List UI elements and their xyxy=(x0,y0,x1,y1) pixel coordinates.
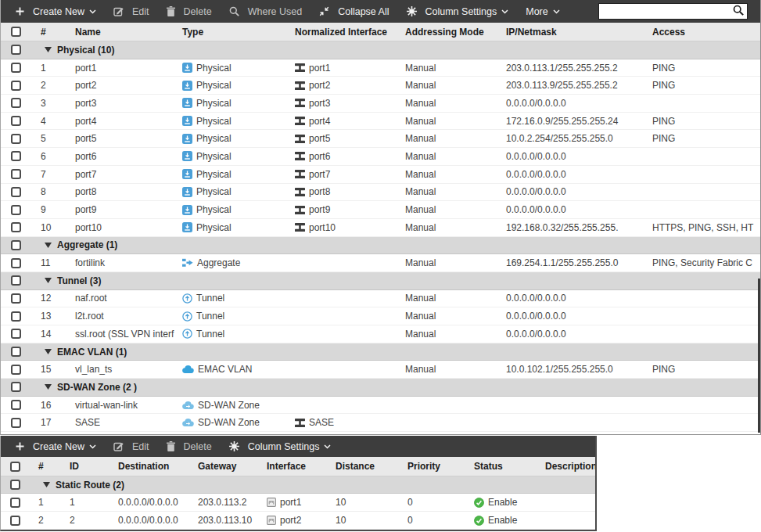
group-checkbox[interactable] xyxy=(10,480,20,490)
column-header-normalized-interface[interactable]: Normalized Interface xyxy=(282,27,392,38)
edit-icon xyxy=(113,6,124,16)
physical-icon xyxy=(182,151,192,161)
triangle-down-icon[interactable] xyxy=(45,349,52,354)
group-checkbox[interactable] xyxy=(11,240,21,250)
triangle-down-icon[interactable] xyxy=(45,243,52,248)
edit-button[interactable]: Edit xyxy=(105,0,158,23)
group-checkbox[interactable] xyxy=(11,45,21,55)
row-checkbox[interactable] xyxy=(11,134,21,144)
row-checkbox[interactable] xyxy=(11,187,21,197)
column-settings-button[interactable]: Column Settings xyxy=(221,436,340,457)
addressing-mode: Manual xyxy=(392,204,494,215)
more-button[interactable]: More xyxy=(517,0,568,23)
normalized-interface: port10 xyxy=(282,222,392,233)
column-header-access[interactable]: Access xyxy=(639,27,760,38)
column-header-interface[interactable]: Interface xyxy=(257,461,326,472)
column-header-distance[interactable]: Distance xyxy=(326,461,398,472)
scrollbar-thumb[interactable] xyxy=(758,279,760,433)
interface-row[interactable]: 15 vl_lan_ts EMAC VLAN Manual 10.0.102.1… xyxy=(1,361,760,379)
column-header-id[interactable]: ID xyxy=(60,461,109,472)
group-checkbox[interactable] xyxy=(11,347,21,357)
group-row[interactable]: Physical (10) xyxy=(1,41,760,59)
triangle-down-icon[interactable] xyxy=(45,278,52,283)
column-header-ip-netmask[interactable]: IP/Netmask xyxy=(494,27,639,38)
interface-row[interactable]: 16 virtual-wan-link SD-WAN Zone xyxy=(1,397,760,415)
group-checkbox[interactable] xyxy=(11,275,21,286)
interfaces-table-body: Physical (10) 1 port1 Physical port1 Man… xyxy=(1,41,760,432)
row-checkbox[interactable] xyxy=(11,169,21,179)
row-checkbox[interactable] xyxy=(11,293,21,304)
group-row[interactable]: EMAC VLAN (1) xyxy=(1,343,760,361)
row-checkbox[interactable] xyxy=(11,418,21,428)
triangle-down-icon[interactable] xyxy=(43,482,50,487)
interface-row[interactable]: 7 port7 Physical port7 Manual 0.0.0.0/0.… xyxy=(1,166,760,184)
group-row[interactable]: SD-WAN Zone (2 ) xyxy=(1,379,760,397)
column-header-num[interactable]: # xyxy=(31,27,63,38)
route-distance: 10 xyxy=(326,515,398,526)
column-header-destination[interactable]: Destination xyxy=(109,461,188,472)
column-header-priority[interactable]: Priority xyxy=(398,461,465,472)
triangle-down-icon[interactable] xyxy=(45,47,52,52)
column-settings-button[interactable]: Column Settings xyxy=(398,0,518,23)
interface-type: Physical xyxy=(174,186,282,197)
row-checkbox[interactable] xyxy=(11,205,21,215)
interface-num: 5 xyxy=(31,133,63,144)
search-icon[interactable] xyxy=(733,5,744,19)
create-new-button[interactable]: Create New xyxy=(7,436,105,457)
create-new-button[interactable]: Create New xyxy=(7,0,105,23)
interface-row[interactable]: 1 port1 Physical port1 Manual 203.0.113.… xyxy=(1,59,760,77)
interface-row[interactable]: 4 port4 Physical port4 Manual 172.16.0.9… xyxy=(1,113,760,131)
select-all-checkbox[interactable] xyxy=(11,27,21,37)
column-header-num[interactable]: # xyxy=(29,461,60,472)
group-checkbox[interactable] xyxy=(11,382,21,392)
interface-row[interactable]: 13 l2t.root Tunnel Manual 0.0.0.0/0.0.0.… xyxy=(1,307,760,325)
group-row[interactable]: Tunnel (3) xyxy=(1,272,760,290)
delete-button[interactable]: Delete xyxy=(158,436,221,457)
interface-row[interactable]: 3 port3 Physical port3 Manual 0.0.0.0/0.… xyxy=(1,95,760,113)
row-checkbox[interactable] xyxy=(11,222,21,232)
interface-row[interactable]: 10 port10 Physical port10 Manual 192.168… xyxy=(1,219,760,237)
interface-row[interactable]: 12 naf.root Tunnel Manual 0.0.0.0/0.0.0.… xyxy=(1,290,760,308)
row-checkbox[interactable] xyxy=(10,516,20,526)
interface-row[interactable]: 2 port2 Physical port2 Manual 203.0.113.… xyxy=(1,77,760,95)
delete-button[interactable]: Delete xyxy=(158,0,221,23)
create-new-label: Create New xyxy=(33,6,84,17)
row-checkbox[interactable] xyxy=(11,311,21,322)
interface-row[interactable]: 17 SASE SD-WAN Zone SASE xyxy=(1,414,760,432)
interface-row[interactable]: 5 port5 Physical port5 Manual 10.0.2.254… xyxy=(1,130,760,148)
column-header-type[interactable]: Type xyxy=(174,27,282,38)
row-checkbox[interactable] xyxy=(11,329,21,339)
chevron-down-icon xyxy=(324,444,331,449)
collapse-all-button[interactable]: Collapse All xyxy=(311,0,397,23)
row-checkbox[interactable] xyxy=(11,151,21,161)
row-checkbox[interactable] xyxy=(11,63,21,73)
column-header-description[interactable]: Description xyxy=(533,461,595,472)
interface-row[interactable]: 11 fortilink Aggregate Manual 169.254.1.… xyxy=(1,254,760,272)
column-header-name[interactable]: Name xyxy=(63,27,174,38)
group-row[interactable]: Static Route (2) xyxy=(1,476,595,494)
row-checkbox[interactable] xyxy=(11,400,21,410)
edit-button[interactable]: Edit xyxy=(105,436,158,457)
row-checkbox[interactable] xyxy=(11,81,21,91)
route-row[interactable]: 2 2 0.0.0.0/0.0.0.0 203.0.113.10 port2 1… xyxy=(1,512,595,530)
triangle-down-icon[interactable] xyxy=(45,384,52,390)
select-all-checkbox[interactable] xyxy=(10,462,20,472)
interface-row[interactable]: 6 port6 Physical port6 Manual 0.0.0.0/0.… xyxy=(1,148,760,166)
interface-row[interactable]: 14 ssl.root (SSL VPN interf Tunnel Manua… xyxy=(1,325,760,343)
route-row[interactable]: 1 1 0.0.0.0/0.0.0.0 203.0.113.2 port1 10… xyxy=(1,494,595,512)
interface-num: 1 xyxy=(31,63,63,74)
row-checkbox[interactable] xyxy=(10,498,20,508)
normalized-interface-icon xyxy=(295,117,305,125)
interface-row[interactable]: 9 port9 Physical port9 Manual 0.0.0.0/0.… xyxy=(1,201,760,219)
where-used-button[interactable]: Where Used xyxy=(221,0,311,23)
row-checkbox[interactable] xyxy=(11,116,21,126)
row-checkbox[interactable] xyxy=(11,258,21,268)
interface-row[interactable]: 8 port8 Physical port8 Manual 0.0.0.0/0.… xyxy=(1,184,760,202)
row-checkbox[interactable] xyxy=(11,365,21,375)
column-header-status[interactable]: Status xyxy=(465,461,533,472)
column-header-gateway[interactable]: Gateway xyxy=(188,461,257,472)
row-checkbox[interactable] xyxy=(11,98,21,108)
column-header-addressing-mode[interactable]: Addressing Mode xyxy=(392,27,494,38)
search-input[interactable] xyxy=(604,5,733,18)
group-row[interactable]: Aggregate (1) xyxy=(1,237,760,255)
